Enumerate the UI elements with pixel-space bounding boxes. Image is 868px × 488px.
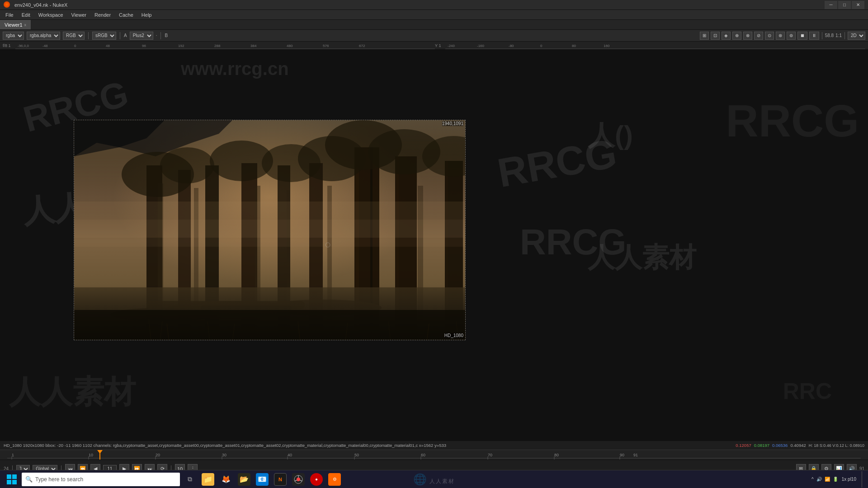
- svg-point-47: [160, 147, 214, 183]
- minimize-button[interactable]: ─: [825, 1, 837, 9]
- menu-cache[interactable]: Cache: [115, 11, 137, 19]
- search-icon: 🔍: [25, 476, 33, 483]
- system-tray: ^ 🔊 📶 🔋: [811, 477, 838, 482]
- viewer-tabs: Viewer1 x: [0, 20, 868, 30]
- resolution-label: HD_1080: [444, 333, 463, 338]
- viewer-icon-btn-10[interactable]: ⏹: [797, 32, 807, 40]
- viewer-icon-btn-6[interactable]: ⊘: [754, 32, 763, 40]
- show-desktop-button[interactable]: [862, 471, 864, 488]
- forest-svg: [74, 120, 465, 340]
- viewer-icon-btn-11[interactable]: ⏸: [809, 32, 819, 40]
- system-time: 1x pl10: [842, 477, 856, 482]
- status-values: 0.12057 0.08197 0.06536 0.40942 H: 18 S:…: [736, 443, 864, 448]
- status-bar: HD_1080 868x488 bbox: -20 -11 1960 110…: [0, 441, 868, 450]
- svg-point-105: [297, 478, 300, 481]
- taskbar-app-chrome[interactable]: [290, 471, 307, 488]
- sep2: [120, 32, 120, 39]
- viewer-section: Viewer1 x rgba rgba.alpha RGB sRGB A Plu…: [0, 20, 868, 450]
- status-info: HD_1080 868x488 bbox: -20 -11 1960 110…: [4, 443, 446, 448]
- taskbar-app-orange[interactable]: ⚙: [326, 471, 343, 488]
- color-select[interactable]: RGB: [63, 32, 85, 40]
- center-logo: 🌐 人人素材: [413, 473, 455, 486]
- taskbar-app-file-explorer[interactable]: 📁: [200, 471, 216, 488]
- search-placeholder-text: Type here to search: [35, 476, 83, 483]
- exposure-label: 58.8: [825, 33, 834, 38]
- coord-label: 1940,1091: [442, 121, 463, 126]
- svg-text:-240: -240: [448, 44, 455, 48]
- viewer-icon-btn-8[interactable]: ⊛: [776, 32, 785, 40]
- nukex-app-icon: [4, 1, 12, 9]
- plus2-select[interactable]: Plus2: [130, 32, 153, 40]
- watermark-bottom-cn: 人人素材: [9, 371, 136, 413]
- taskbar-app-mail[interactable]: 📧: [254, 471, 270, 488]
- svg-line-107: [300, 480, 302, 481]
- svg-text:20: 20: [156, 453, 160, 457]
- colorspace-select[interactable]: sRGB: [92, 32, 116, 40]
- svg-rect-100: [7, 474, 11, 479]
- watermark-rrcg-2: RRCG: [494, 130, 620, 197]
- viewer-area[interactable]: RRCG www.rrcg.cn RRCG 人人素材 人() RRCG 人人素材: [0, 50, 868, 441]
- tray-battery[interactable]: 🔋: [833, 477, 838, 482]
- svg-line-108: [295, 480, 297, 481]
- svg-text:60: 60: [421, 453, 425, 457]
- watermark-cn-2: 人人素材: [588, 239, 696, 276]
- tray-network[interactable]: 📶: [825, 477, 830, 482]
- sep5: [844, 32, 845, 39]
- viewer-icon-btn-5[interactable]: ⊗: [743, 32, 752, 40]
- viewer-tab-close[interactable]: x: [24, 23, 27, 27]
- task-view-button[interactable]: ⧉: [182, 471, 198, 488]
- taskbar-app-nuke[interactable]: N: [272, 471, 288, 488]
- menu-viewer[interactable]: Viewer: [68, 11, 90, 19]
- time-display: 1x pl10: [842, 477, 856, 482]
- viewer-icon-btn-1[interactable]: ⊞: [700, 32, 709, 40]
- menu-bar: File Edit Workspace Viewer Render Cache …: [0, 10, 868, 20]
- svg-rect-56: [74, 220, 465, 247]
- viewer-tab-1[interactable]: Viewer1 x: [0, 20, 31, 29]
- svg-marker-99: [97, 450, 103, 454]
- maximize-button[interactable]: □: [838, 1, 851, 9]
- menu-file[interactable]: File: [2, 11, 17, 19]
- viewer-icon-btn-2[interactable]: ⊡: [711, 32, 720, 40]
- taskbar-app-firefox[interactable]: 🦊: [218, 471, 234, 488]
- tray-caret[interactable]: ^: [811, 477, 814, 482]
- timeline-ruler: 1 10 20 30 40 50 60 70 80 90 91: [0, 450, 868, 460]
- forest-image: [74, 120, 465, 340]
- start-button[interactable]: [4, 471, 20, 488]
- viewer-canvas[interactable]: 1940,1091 HD_1080: [74, 120, 466, 340]
- svg-text:672: 672: [359, 44, 365, 48]
- watermark-right-rrcg: RRCG: [726, 95, 859, 147]
- rgba-select[interactable]: rgba: [3, 32, 24, 40]
- view-mode-select[interactable]: 2D: [848, 32, 865, 40]
- menu-edit[interactable]: Edit: [18, 11, 34, 19]
- viewer-icon-btn-7[interactable]: ⊙: [765, 32, 774, 40]
- menu-render[interactable]: Render: [91, 11, 114, 19]
- viewer-icon-btn-3[interactable]: ◈: [722, 32, 731, 40]
- watermark-rrcg-4: RRCG: [520, 221, 627, 263]
- svg-text:160: 160: [604, 44, 610, 48]
- viewer-icon-btn-9[interactable]: ⊚: [787, 32, 796, 40]
- svg-text:90: 90: [620, 453, 624, 457]
- svg-rect-63: [74, 310, 465, 340]
- svg-text:91: 91: [633, 453, 638, 457]
- svg-text:-48: -48: [42, 44, 48, 48]
- tray-volume[interactable]: 🔊: [816, 477, 822, 482]
- menu-help[interactable]: Help: [138, 11, 156, 19]
- svg-text:192: 192: [178, 44, 184, 48]
- menu-workspace[interactable]: Workspace: [35, 11, 67, 19]
- viewer-tab-label: Viewer1: [5, 22, 23, 28]
- taskbar-app-red[interactable]: ●: [308, 471, 325, 488]
- viewer-icon-btn-4[interactable]: ⊕: [732, 32, 741, 40]
- red-app-icon: ●: [310, 473, 323, 486]
- taskbar-app-folder[interactable]: 📂: [236, 471, 252, 488]
- taskbar-right: ^ 🔊 📶 🔋 1x pl10: [811, 471, 864, 488]
- task-view-icon: ⧉: [188, 475, 192, 483]
- close-button[interactable]: ✕: [852, 1, 864, 9]
- svg-text:40: 40: [288, 453, 292, 457]
- alpha-select[interactable]: rgba.alpha: [27, 32, 60, 40]
- value-red: 0.12057: [736, 443, 751, 448]
- content-wrapper: Viewer1 x rgba rgba.alpha RGB sRGB A Plu…: [0, 20, 868, 488]
- svg-rect-101: [12, 474, 17, 479]
- taskbar-search[interactable]: 🔍 Type here to search: [22, 473, 180, 486]
- svg-rect-103: [12, 480, 17, 484]
- svg-text:70: 70: [488, 453, 492, 457]
